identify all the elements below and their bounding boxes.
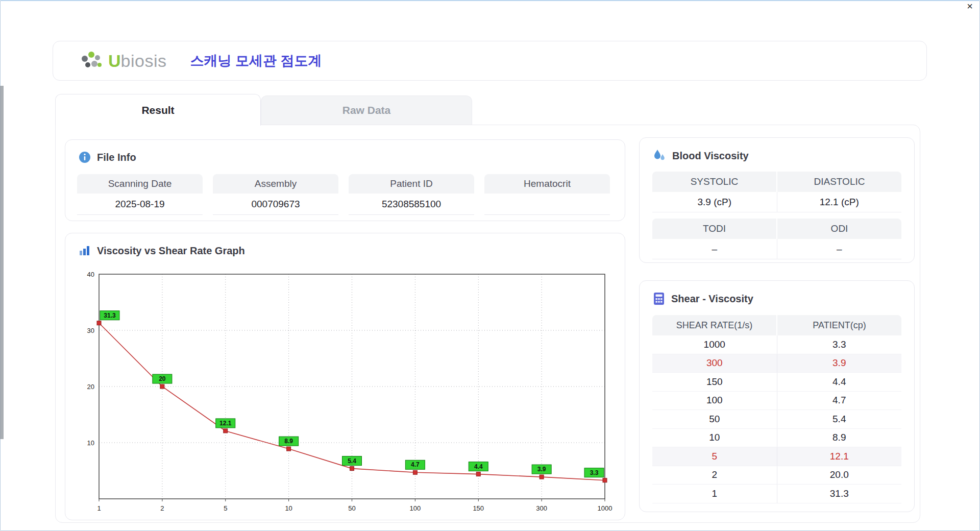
field-assembly: Assembly 000709673	[213, 174, 338, 215]
data-point-label: 3.3	[590, 469, 599, 476]
x-tick-label: 1000	[598, 504, 612, 512]
shear-viscosity-rows: 10003.33003.91504.41004.7505.4108.9512.1…	[652, 335, 901, 503]
blood-viscosity-card: Blood Viscosity SYSTOLIC DIASTOLIC 3.9 (…	[639, 137, 915, 263]
x-tick-label: 10	[285, 504, 292, 512]
tab-result[interactable]: Result	[55, 94, 261, 126]
shear-viscosity-row: 108.9	[652, 429, 901, 448]
data-point-marker	[476, 472, 480, 476]
file-info-card: File Info Scanning Date 2025-08-19 Assem…	[65, 139, 625, 221]
data-point-label: 12.1	[219, 420, 232, 427]
todi-value: –	[652, 239, 777, 259]
shear-viscosity-row: 1504.4	[652, 373, 901, 392]
logo-dots-icon	[81, 51, 104, 71]
data-point-label: 5.4	[348, 457, 356, 465]
field-label: Assembly	[213, 174, 338, 194]
patient-column-header: PATIENT(cp)	[777, 315, 901, 335]
left-edge-strip	[0, 86, 4, 439]
bv-header-row: SYSTOLIC DIASTOLIC	[652, 172, 901, 192]
y-tick-label: 30	[87, 327, 94, 334]
field-value: 2025-08-19	[77, 194, 203, 215]
odi-value: –	[777, 239, 902, 259]
data-point-label: 20	[159, 375, 166, 382]
data-point-label: 3.9	[537, 466, 546, 473]
close-button[interactable]: ×	[967, 1, 973, 11]
shear-rate-value: 1	[652, 485, 777, 503]
field-patient-id: Patient ID 52308585100	[349, 174, 474, 215]
y-tick-label: 10	[87, 439, 94, 447]
file-info-title: File Info	[97, 152, 136, 163]
x-tick-label: 150	[473, 504, 484, 512]
data-point-marker	[160, 384, 164, 389]
shear-viscosity-row: 505.4	[652, 410, 901, 429]
field-scanning-date: Scanning Date 2025-08-19	[77, 174, 203, 215]
field-label: Scanning Date	[77, 174, 203, 194]
field-label: Patient ID	[349, 174, 474, 194]
todi-header: TODI	[652, 219, 777, 239]
data-point-marker	[603, 478, 607, 482]
y-tick-label: 20	[87, 383, 94, 391]
shear-viscosity-row: 3003.9	[652, 354, 901, 373]
patient-viscosity-value: 8.9	[777, 429, 902, 447]
data-point-marker	[97, 321, 101, 325]
logo-text-u: U	[108, 51, 121, 70]
x-tick-label: 1	[97, 504, 101, 512]
viscosity-shear-rate-chart: 102030401251050100150300100031.32012.18.…	[76, 267, 613, 517]
data-point-marker	[350, 467, 354, 471]
tab-raw-data-label: Raw Data	[342, 104, 391, 116]
tab-result-label: Result	[141, 104, 174, 116]
patient-viscosity-value: 31.3	[777, 485, 902, 503]
data-point-marker	[287, 447, 291, 451]
data-point-label: 31.3	[104, 312, 116, 319]
tab-raw-data[interactable]: Raw Data	[261, 95, 472, 125]
data-point-marker	[540, 475, 544, 479]
shear-rate-value: 5	[652, 447, 777, 466]
shear-viscosity-row: 131.3	[652, 485, 901, 503]
graph-title-row: Viscosity vs Shear Rate Graph	[79, 245, 245, 257]
blood-viscosity-table: SYSTOLIC DIASTOLIC 3.9 (cP) 12.1 (cP) TO…	[652, 172, 901, 259]
x-tick-label: 2	[160, 504, 164, 512]
logo-text: Ubiosis	[108, 51, 167, 71]
logo-text-biosis: biosis	[121, 51, 167, 70]
shear-rate-value: 10	[652, 429, 777, 447]
field-value: 52308585100	[349, 194, 474, 215]
shear-rate-value: 300	[652, 354, 777, 373]
shear-viscosity-row: 220.0	[652, 466, 901, 485]
patient-viscosity-value: 3.3	[777, 335, 902, 354]
bv-value-row: 3.9 (cP) 12.1 (cP)	[652, 192, 901, 212]
diastolic-header: DIASTOLIC	[777, 172, 901, 192]
patient-viscosity-value: 4.4	[777, 373, 902, 391]
x-tick-label: 5	[224, 504, 227, 512]
header-card: Ubiosis 스캐닝 모세관 점도계	[53, 41, 927, 81]
x-tick-label: 50	[348, 504, 355, 512]
patient-viscosity-value: 12.1	[777, 447, 902, 466]
info-icon	[79, 151, 91, 163]
field-label: Hematocrit	[484, 174, 610, 194]
x-tick-label: 300	[536, 504, 547, 512]
patient-viscosity-value: 20.0	[777, 466, 902, 485]
shear-viscosity-table: SHEAR RATE(1/s) PATIENT(cp) 10003.33003.…	[652, 315, 901, 503]
x-tick-label: 100	[410, 504, 421, 512]
shear-rate-column-header: SHEAR RATE(1/s)	[652, 315, 777, 335]
field-value	[484, 194, 610, 215]
graph-title: Viscosity vs Shear Rate Graph	[97, 245, 245, 257]
app-title: 스캐닝 모세관 점도계	[190, 52, 322, 70]
bv-value-row: – –	[652, 239, 901, 259]
shear-rate-value: 100	[652, 392, 777, 410]
shear-viscosity-row: 512.1	[652, 447, 901, 466]
shear-viscosity-title: Shear - Viscosity	[671, 293, 753, 305]
bv-header-row: TODI ODI	[652, 219, 901, 239]
data-point-marker	[413, 470, 417, 474]
file-info-title-row: File Info	[79, 151, 136, 163]
data-point-label: 4.4	[474, 463, 483, 470]
systolic-header: SYSTOLIC	[652, 172, 777, 192]
shear-viscosity-title-row: Shear - Viscosity	[653, 292, 753, 305]
blood-viscosity-title: Blood Viscosity	[672, 150, 749, 162]
droplets-icon	[653, 149, 666, 162]
blood-viscosity-title-row: Blood Viscosity	[653, 149, 749, 162]
patient-viscosity-value: 3.9	[777, 354, 902, 373]
data-point-label: 8.9	[284, 438, 293, 445]
field-value: 000709673	[213, 194, 338, 215]
graph-card: Viscosity vs Shear Rate Graph 1020304012…	[65, 233, 625, 520]
patient-viscosity-value: 5.4	[777, 410, 902, 428]
bar-chart-icon	[79, 245, 91, 257]
